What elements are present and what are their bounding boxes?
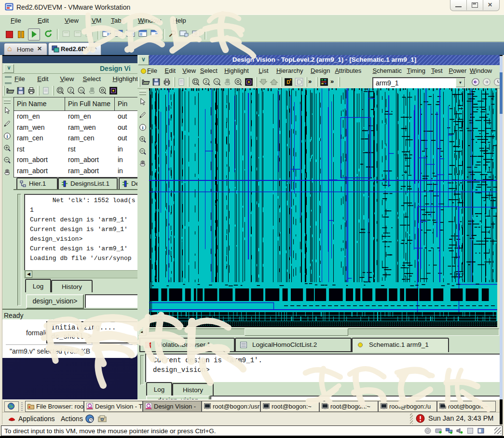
tool-icon-hand[interactable]	[139, 160, 147, 167]
tool-icon-up-arrow[interactable]	[270, 78, 278, 86]
table-row[interactable]: rstrstin	[14, 144, 137, 154]
menu-schematic[interactable]: Schematic	[372, 67, 402, 74]
tool-icon-gate-gray[interactable]	[295, 78, 303, 86]
bg-prompt-button[interactable]: design_vision>	[26, 294, 84, 309]
taskbar-button[interactable]: root@bogon:/u	[378, 401, 437, 412]
menu-view[interactable]: View	[60, 75, 74, 82]
taskbar-button[interactable]: root@bogon:~	[319, 401, 378, 412]
table-row[interactable]: ram_cenram_cenout	[14, 133, 137, 143]
tool-icon-zoom-full[interactable]	[109, 86, 118, 95]
fg-log-vscroll[interactable]	[140, 355, 144, 385]
bg-shade-button[interactable]: ∨	[4, 64, 14, 73]
fg-hscroll-thumb[interactable]	[245, 328, 348, 336]
tray-network-icon[interactable]	[445, 427, 453, 435]
design-combo[interactable]: arm9_1 ▼	[372, 77, 465, 89]
panel-tab-de[interactable]: De	[119, 178, 137, 190]
panel-tab-designslist1[interactable]: DesignsList.1	[58, 178, 118, 190]
tab-vm-close-icon[interactable]: ✕	[93, 45, 97, 51]
taskbar-button[interactable]: Design Vision - T	[84, 401, 143, 412]
panel-tab-logicalhomoclctlist.2[interactable]: LogicalHomoClctList.2	[235, 338, 352, 352]
bg-command-input[interactable]	[85, 294, 137, 308]
panel-tab-schematic.1arm91[interactable]: Schematic.1 arm9_1	[352, 338, 449, 352]
tray-floppy-icon[interactable]	[466, 427, 474, 435]
menu-tabs[interactable]: Tabs	[111, 17, 125, 24]
fg-shade-button[interactable]: ∨	[138, 55, 149, 65]
taskbar-show-desktop-button[interactable]	[4, 401, 19, 412]
menu-view[interactable]: View	[65, 17, 79, 24]
tool-icon-info[interactable]: i	[3, 132, 11, 140]
tool-icon-zoom-sel[interactable]	[191, 78, 200, 86]
menu-select[interactable]: Select	[200, 67, 218, 74]
menu-edit[interactable]: Edit	[165, 67, 176, 74]
tool-icon-save-floppy[interactable]	[16, 86, 25, 95]
menu-file[interactable]: File	[147, 67, 157, 74]
toolbar-overflow-chevron[interactable]: »	[308, 78, 314, 86]
menu-power[interactable]: Power	[449, 67, 467, 74]
tool-icon-pencil[interactable]	[3, 120, 11, 127]
tool-icon-back-circle[interactable]	[471, 78, 480, 86]
tool-icon-pan-hand[interactable]	[223, 78, 232, 86]
power-on-button[interactable]	[28, 28, 40, 41]
tray-panel-icon[interactable]	[477, 427, 485, 435]
tab-home[interactable]: ⌂ Home ✕	[4, 43, 47, 55]
tab-home-close-icon[interactable]: ✕	[37, 45, 42, 52]
red-exclamation-icon[interactable]	[416, 414, 425, 423]
close-button[interactable]: ✕	[483, 0, 499, 10]
dc-shell-terminal[interactable]: Initializing....dc_shell >	[46, 321, 137, 343]
taskbar-button[interactable]: root@bogon:~	[260, 401, 319, 412]
vm-tool-icon-console-view[interactable]	[138, 29, 148, 38]
taskbar-button[interactable]: File Browser: roo	[25, 401, 84, 412]
scroll-left-arrow-icon[interactable]: ◀	[25, 271, 32, 278]
tool-icon-zoom-2[interactable]: 2	[202, 78, 211, 86]
tool-icon-pointer[interactable]	[139, 98, 147, 106]
log-tab-log[interactable]: Log	[25, 279, 51, 292]
vm-tool-icon-fullscreen[interactable]	[102, 29, 111, 38]
tray-cd-rom-icon[interactable]	[424, 427, 432, 435]
table-row[interactable]: ram_abortram_abortin	[14, 165, 137, 176]
tool-icon-down-arrow[interactable]	[259, 78, 268, 86]
menu-help[interactable]: Help	[173, 17, 186, 24]
tool-icon-zoom-half[interactable]: ½	[213, 78, 221, 86]
table-row[interactable]: rom_enrom_enout	[14, 111, 137, 122]
schematic-canvas[interactable]	[149, 88, 497, 327]
tool-icon-zoom-sel[interactable]	[56, 86, 65, 95]
menu-window[interactable]: Window	[470, 67, 492, 74]
tool-icon-hand[interactable]	[3, 168, 11, 176]
table-row[interactable]: rom_abortrom_abortin	[14, 154, 137, 165]
menu-highlight[interactable]: Highlight	[224, 67, 249, 74]
table-row[interactable]: ram_wenram_wenout	[14, 122, 137, 133]
panel-tab-violationbrowser.1[interactable]: ORTPViolationBrowser.1	[139, 338, 235, 352]
tool-icon-zoom-0[interactable]	[98, 86, 107, 95]
tool-icon-zoom-half[interactable]: ½	[77, 86, 86, 95]
vm-tool-icon-capture-movie[interactable]	[192, 29, 201, 38]
tool-icon-zoom-out[interactable]	[3, 156, 11, 164]
tool-icon-open-folder[interactable]	[141, 78, 150, 86]
column-header-pin-name[interactable]: Pin Name	[14, 97, 65, 111]
menu-vm[interactable]: VM	[92, 17, 101, 24]
menu-highlight[interactable]: Highlight	[112, 75, 137, 82]
resize-grip[interactable]	[494, 427, 501, 434]
vm-tool-icon-capture-screen[interactable]	[179, 29, 189, 38]
menu-applications[interactable]: Applications	[18, 415, 55, 423]
taskbar-button[interactable]: root@bogon:~	[437, 401, 496, 412]
menu-hierarchy[interactable]: Hierarchy	[276, 67, 303, 74]
tool-icon-pixel-cell[interactable]	[320, 78, 328, 86]
vm-tool-icon-snapshot-take[interactable]	[62, 29, 70, 38]
tool-icon-d-cell[interactable]: D	[284, 78, 293, 86]
taskbar-handle[interactable]	[21, 401, 23, 411]
tray-hard-disk-icon[interactable]	[435, 427, 442, 435]
power-off-button[interactable]	[6, 31, 13, 38]
tool-icon-zoom-0[interactable]	[234, 78, 243, 86]
tool-icon-pan-hand[interactable]	[88, 86, 96, 95]
column-header-pin-full-name[interactable]: Pin Full Name	[65, 97, 115, 111]
log-tab-history[interactable]: History	[172, 383, 214, 396]
menu-edit[interactable]: Edit	[37, 75, 48, 82]
taskbar-button[interactable]: Design Vision -	[143, 401, 202, 412]
menu-file[interactable]: File	[11, 17, 21, 24]
tool-icon-pencil[interactable]	[139, 111, 147, 119]
menu-actions[interactable]: Actions	[61, 415, 83, 423]
vm-tool-icon-summary-view[interactable]	[150, 29, 160, 38]
combo-dropdown-icon[interactable]: ▼	[456, 78, 465, 87]
fg-titlebar[interactable]: Design Vision - TopLevel.2 (arm9_1) - [S…	[149, 55, 500, 65]
vm-tool-icon-unity[interactable]	[126, 29, 136, 38]
